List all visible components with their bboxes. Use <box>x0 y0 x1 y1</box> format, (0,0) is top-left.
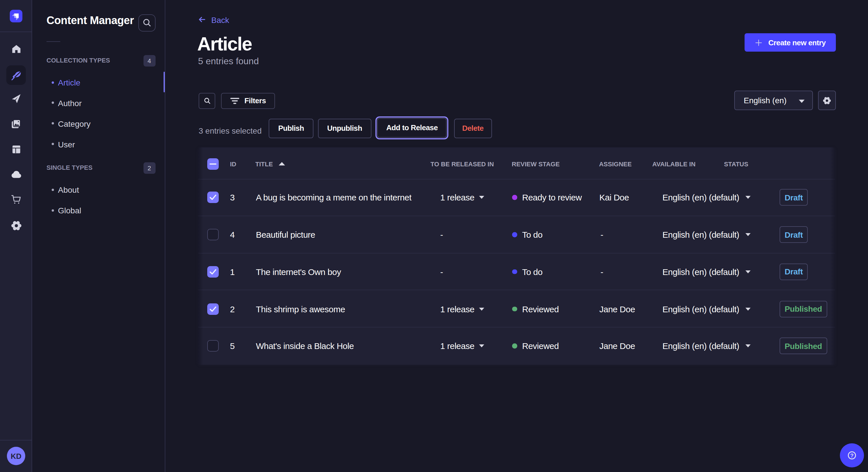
svg-text:?: ? <box>850 452 854 458</box>
